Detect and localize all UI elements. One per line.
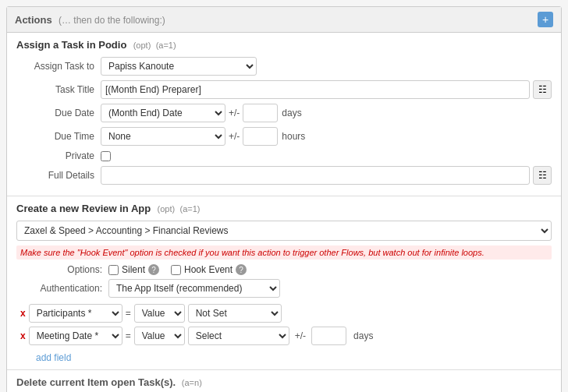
due-time-label: Due Time [16,131,94,142]
silent-help-icon[interactable]: ? [148,264,159,275]
remove-meeting-date-btn[interactable]: x [20,330,26,341]
silent-checkbox[interactable] [108,265,119,275]
due-time-plusminus: +/- [229,131,240,142]
meeting-date-value-select[interactable]: Select Custom None [188,327,289,345]
task-opt-label: (opt) [133,41,151,50]
hours-label: hours [282,131,305,142]
field-row-meeting-date: x Meeting Date * = Value Select Custom N… [16,327,552,345]
private-row: Private [16,150,552,161]
due-date-row: Due Date (Month End) Date Custom Date No… [16,104,552,122]
actions-header: Actions (… then do the following:) + [7,7,561,33]
delete-badge: (a=n) [182,378,202,387]
add-action-button[interactable]: + [538,12,553,27]
hook-event-checkbox[interactable] [171,265,181,275]
participants-value-type-select[interactable]: Value [134,304,185,323]
auth-row: Authentication: The App Itself (recommen… [16,279,552,298]
task-title-row: Task Title ☷ [16,80,552,99]
meeting-date-value-type-select[interactable]: Value [134,327,185,345]
app-select-row: Zaxel & Speed > Accounting > Financial R… [16,221,552,241]
participants-equals: = [126,308,131,319]
auth-select[interactable]: The App Itself (recommended) Me Other [108,279,280,298]
due-date-label: Due Date [16,108,94,118]
add-field-link[interactable]: add field [24,352,71,363]
participants-field-select[interactable]: Participants * [29,304,122,323]
meeting-date-plusminus: +/- [295,330,306,341]
hook-event-option: Hook Event ? [171,264,247,275]
task-title-icon-btn[interactable]: ☷ [533,80,552,99]
auth-label: Authentication: [24,283,102,294]
due-date-plusminus: +/- [229,108,240,118]
delete-section: Delete current Item open Task(s). (a=n) … [7,370,561,392]
participants-value-select[interactable]: Not Set Current User Value [188,304,282,323]
task-badge: (a=1) [156,41,176,50]
remove-participants-btn[interactable]: x [20,308,26,319]
review-section-title: Create a new Review in App [16,203,151,214]
due-time-row: Due Time None Morning Afternoon Evening … [16,127,552,146]
full-details-row: Full Details ☷ [16,166,552,185]
meeting-date-equals: = [126,330,131,341]
hook-event-help-icon[interactable]: ? [236,264,247,275]
due-date-select[interactable]: (Month End) Date Custom Date None [101,104,225,122]
warning-text: Make sure the "Hook Event" option is che… [16,245,552,260]
actions-subtext: (… then do the following:) [59,15,165,26]
full-details-label: Full Details [16,170,94,181]
review-section-header: Create a new Review in App (opt) (a=1) [16,203,552,214]
full-details-icon-btn[interactable]: ☷ [533,166,552,185]
private-checkbox[interactable] [101,151,111,161]
delete-title-text: Delete current Item open Task(s). [16,376,176,388]
assign-task-row: Assign Task to Papiss Kanoute [16,57,552,76]
delete-section-title: Delete current Item open Task(s). (a=n) [16,376,552,388]
task-section: Assign a Task in Podio (opt) (a=1) Assig… [7,33,561,196]
task-section-title: Assign a Task in Podio [16,39,126,51]
task-section-header: Assign a Task in Podio (opt) (a=1) [16,39,552,51]
actions-title-text: Actions [15,14,52,26]
page-container: Actions (… then do the following:) + Ass… [0,0,568,392]
hook-event-label: Hook Event [184,264,233,275]
task-title-label: Task Title [16,84,94,95]
field-row-participants: x Participants * = Value Not Set Current… [16,304,552,323]
task-title-input[interactable] [101,80,530,99]
actions-section: Actions (… then do the following:) + Ass… [6,6,562,392]
options-label: Options: [24,264,102,275]
due-date-days-input[interactable] [243,104,278,122]
private-label: Private [16,150,94,161]
meeting-date-field-select[interactable]: Meeting Date * [29,327,122,345]
due-time-hours-input[interactable] [243,127,278,146]
days-label: days [282,108,301,118]
silent-label: Silent [122,264,145,275]
silent-option: Silent ? [108,264,159,275]
assign-to-select[interactable]: Papiss Kanoute [101,57,257,76]
review-badge: (a=1) [180,204,201,214]
add-field-row: add field [16,349,552,363]
review-section: Create a new Review in App (opt) (a=1) Z… [7,196,561,370]
due-time-select[interactable]: None Morning Afternoon Evening [101,127,225,146]
actions-title: Actions (… then do the following:) [15,14,165,26]
options-row: Options: Silent ? Hook Event ? [16,264,552,275]
app-path-select[interactable]: Zaxel & Speed > Accounting > Financial R… [16,221,552,241]
review-opt-label: (opt) [158,204,176,214]
assign-label: Assign Task to [16,61,94,72]
meeting-date-days-input[interactable] [311,327,346,345]
full-details-input[interactable] [101,166,530,185]
meeting-date-days-label: days [353,330,373,341]
